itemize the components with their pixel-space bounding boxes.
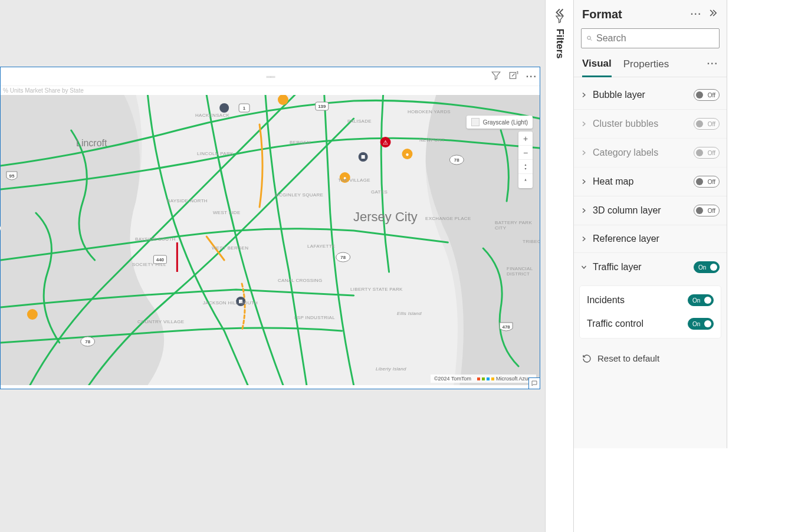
map-style-swatch-icon (471, 118, 480, 126)
pane-more-icon[interactable]: ··· (691, 9, 702, 19)
focus-mode-icon[interactable] (508, 70, 519, 83)
toggle-bubble-layer[interactable]: Off (694, 89, 720, 101)
svg-point-14 (219, 103, 229, 113)
tab-properties[interactable]: Properties (623, 55, 669, 76)
toggle-cluster-bubbles: Off (694, 118, 720, 130)
compass-button[interactable] (518, 174, 533, 188)
svg-text:478: 478 (502, 324, 510, 330)
map-style-picker[interactable]: Grayscale (Light) (467, 116, 533, 129)
svg-point-29 (587, 36, 591, 40)
setting-3d-column-layer[interactable]: 3D column layer Off (574, 196, 727, 225)
svg-rect-13 (239, 300, 242, 303)
toggle-category-labels: Off (694, 147, 720, 159)
setting-reference-layer[interactable]: Reference layer (574, 225, 727, 253)
setting-traffic-control[interactable]: Traffic control On (580, 312, 721, 336)
attribution-copyright: ©2024 TomTom (434, 376, 471, 382)
chevron-right-icon (580, 178, 588, 185)
toggle-incidents[interactable]: On (688, 294, 714, 306)
chevron-down-icon (580, 264, 588, 271)
svg-text:78: 78 (85, 339, 90, 344)
svg-text:78: 78 (454, 157, 459, 163)
pitch-button[interactable] (518, 160, 533, 174)
map-visual-container[interactable]: ══ ··· % Units Market Share by State (0, 67, 540, 389)
svg-text:139: 139 (318, 104, 326, 109)
search-input[interactable] (596, 33, 714, 44)
svg-point-9 (27, 309, 38, 320)
chevron-right-icon (580, 91, 588, 98)
format-tabs: Visual Properties ··· (574, 54, 727, 77)
filters-label[interactable]: Filters (554, 14, 566, 58)
setting-traffic-layer[interactable]: Traffic layer On (574, 253, 727, 281)
svg-text:440: 440 (156, 257, 165, 262)
map-style-label: Grayscale (Light) (483, 119, 528, 126)
tabs-more-icon[interactable]: ··· (707, 58, 718, 73)
svg-rect-11 (362, 155, 365, 159)
map-zoom-controls: + − (518, 132, 533, 188)
format-search-box[interactable] (581, 28, 720, 48)
settings-list: Bubble layer Off Cluster bubbles Off Cat… (574, 77, 727, 373)
collapse-pane-icon[interactable] (708, 7, 720, 21)
format-pane: Format ··· Visual Properties ··· Bubble … (574, 0, 727, 448)
setting-cluster-bubbles: Cluster bubbles Off (574, 110, 727, 139)
search-icon (586, 34, 593, 43)
zoom-in-button[interactable]: + (518, 132, 533, 146)
visual-title: % Units Market Share by State (1, 86, 540, 95)
visual-header: ══ ··· (1, 67, 540, 86)
azure-logo: Microsoft Azure (477, 376, 533, 382)
setting-bubble-layer[interactable]: Bubble layer Off (574, 81, 727, 110)
toggle-traffic-layer[interactable]: On (694, 261, 720, 273)
setting-incidents[interactable]: Incidents On (580, 288, 721, 312)
setting-heat-map[interactable]: Heat map Off (574, 168, 727, 196)
comment-button[interactable] (528, 377, 540, 389)
filters-pane-collapsed: Filters (545, 0, 574, 532)
svg-text:⚠: ⚠ (383, 139, 388, 146)
tab-visual[interactable]: Visual (582, 54, 612, 77)
azure-map[interactable]: ⚠ ● ● 1 139 78 78 78 95 440 (1, 95, 540, 385)
map-render: ⚠ ● ● 1 139 78 78 78 95 440 (1, 95, 540, 385)
chevron-right-icon (580, 207, 588, 214)
reset-icon (582, 354, 592, 363)
visual-header-actions: ··· (491, 67, 537, 86)
svg-text:95: 95 (9, 173, 15, 179)
pane-title: Format (582, 8, 622, 21)
report-canvas: ══ ··· % Units Market Share by State (0, 0, 545, 532)
chevron-right-icon (580, 149, 588, 156)
chevron-right-icon (580, 120, 588, 127)
svg-text:●: ● (405, 151, 409, 157)
filter-icon[interactable] (491, 70, 501, 83)
reset-to-default-button[interactable]: Reset to default (574, 344, 727, 373)
svg-text:●: ● (343, 175, 346, 181)
svg-text:78: 78 (340, 255, 346, 260)
zoom-out-button[interactable]: − (518, 146, 533, 160)
map-attribution: ©2024 TomTom Microsoft Azure (431, 375, 536, 383)
traffic-layer-subsettings: Incidents On Traffic control On (580, 286, 721, 338)
drag-handle-icon[interactable]: ══ (266, 73, 274, 81)
toggle-traffic-control[interactable]: On (688, 318, 714, 330)
format-pane-header: Format ··· (574, 0, 727, 26)
toggle-3d-column[interactable]: Off (694, 205, 720, 216)
chevron-right-icon (580, 235, 588, 242)
setting-category-labels: Category labels Off (574, 139, 727, 168)
more-options-icon[interactable]: ··· (526, 71, 537, 82)
toggle-heat-map[interactable]: Off (694, 176, 720, 188)
svg-text:1: 1 (243, 106, 246, 111)
